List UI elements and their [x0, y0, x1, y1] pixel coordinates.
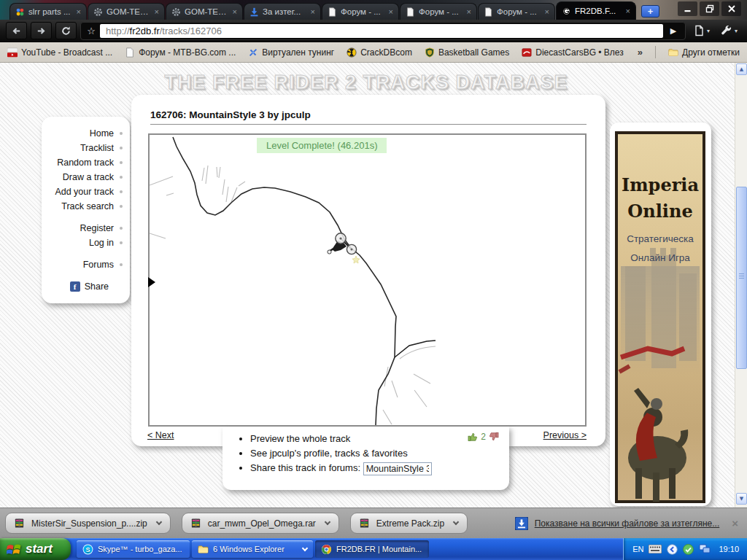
go-button[interactable]: ▶ [663, 24, 684, 38]
site-title: THE FREE RIDER 2 TRACKS DATABASE [0, 71, 732, 94]
bookmark-label: DiecastCarsBG • Влез [535, 47, 623, 58]
download-item-1[interactable]: MisterSir_Suspension_p....zip [5, 513, 171, 534]
language-indicator[interactable]: EN [632, 545, 643, 553]
sidebar-item-label: Tracklist [80, 143, 114, 153]
chevron-down-icon[interactable] [325, 519, 330, 525]
url-domain: fr2db.fr [130, 26, 160, 36]
sidebar-spacer [42, 250, 123, 257]
tab-close-icon[interactable]: × [624, 7, 632, 15]
tab-gom-1[interactable]: GOM-TEA... × [88, 3, 165, 20]
sidebar-item-register[interactable]: Register [42, 221, 123, 236]
forward-button[interactable] [31, 22, 52, 39]
previous-track-link[interactable]: Previous > [543, 430, 587, 440]
tab-forum-2[interactable]: Форум - ... × [400, 3, 477, 20]
taskbar-item-explorer-group[interactable]: 6 Windows Explorer [192, 540, 313, 558]
thumbs-up-icon[interactable] [468, 432, 478, 442]
sidebar-item-forums[interactable]: Forums [42, 257, 123, 272]
page-menu-icon [693, 25, 705, 36]
bookmark-mtb-forum[interactable]: Форум - MTB-BG.com ... [125, 47, 236, 58]
game-canvas[interactable]: Level Complete! (46.201s) [148, 133, 587, 427]
chevron-down-icon[interactable] [453, 519, 459, 525]
download-filename: Extreme Pack.zip [376, 518, 444, 529]
scroll-up-button[interactable]: ▲ [736, 63, 747, 75]
bookmark-basketball[interactable]: Basketball Games [425, 47, 509, 58]
imperia-online-ad[interactable]: Imperia Online Стратегическа Онлайн Игра [615, 131, 705, 503]
facebook-share-button[interactable]: f Share [42, 279, 123, 294]
taskbar: start S Skype™ - turbo_gaza... 6 Windows… [0, 538, 747, 560]
bullet-dot-icon [120, 161, 123, 164]
tab-close-icon[interactable]: × [465, 7, 473, 16]
sidebar-item-label: Track search [61, 201, 114, 211]
bookmark-crackdb[interactable]: CrackDBcom [347, 47, 412, 58]
sidebar-item-track-search[interactable]: Track search [42, 199, 123, 214]
download-item-2[interactable]: car_mwm_Opel_Omega.rar [182, 513, 339, 534]
share-code-input[interactable] [363, 462, 432, 475]
start-button[interactable]: start [0, 538, 71, 560]
tab-close-icon[interactable]: × [543, 7, 551, 16]
tab-close-icon[interactable]: × [387, 7, 395, 16]
tab-fr2db-active[interactable]: FR2DB.F... × [556, 1, 636, 20]
bullet-dot-icon [120, 241, 123, 244]
wrench-menu-button[interactable]: ▾ [717, 22, 741, 39]
tab-downloads[interactable]: За изтег... × [244, 3, 321, 20]
keyboard-icon[interactable] [649, 545, 662, 553]
bookmark-tuning[interactable]: Виртуален тунинг [248, 47, 334, 58]
other-bookmarks-button[interactable]: Други отметки [668, 47, 740, 58]
hide-icons-chevron[interactable] [667, 544, 678, 555]
sidebar-item-label: Home [90, 128, 114, 139]
back-button[interactable] [6, 22, 27, 39]
web-page: THE FREE RIDER 2 TRACKS DATABASE Home Tr… [0, 63, 747, 508]
new-tab-button[interactable]: + [641, 5, 659, 18]
tab-close-icon[interactable]: × [309, 7, 317, 16]
reload-button[interactable] [55, 22, 77, 39]
page-menu-button[interactable]: ▾ [689, 22, 713, 39]
taskbar-item-skype[interactable]: S Skype™ - turbo_gaza... [77, 540, 190, 558]
scrollbar-thumb[interactable] [736, 187, 747, 369]
thumbs-down-icon[interactable] [489, 432, 499, 442]
tab-forum-3[interactable]: Форум - ... × [478, 3, 555, 20]
browser-toolbar: ☆ http://fr2db.fr/tracks/162706 ▶ ▾ ▾ [0, 20, 747, 42]
tab-gom-2[interactable]: GOM-TEA... × [166, 3, 243, 20]
scroll-down-button[interactable]: ▼ [736, 493, 747, 505]
sidebar-item-draw-a-track[interactable]: Draw a track [42, 170, 123, 184]
tab-close-icon[interactable]: × [153, 7, 160, 16]
minimize-button[interactable] [678, 1, 697, 16]
tab-close-icon[interactable]: × [231, 7, 239, 16]
chevron-down-icon[interactable] [156, 519, 162, 525]
restore-button[interactable] [700, 1, 719, 16]
tab-slrr-parts[interactable]: slrr parts ... × [9, 3, 87, 20]
close-shelf-icon[interactable]: × [732, 517, 738, 529]
sidebar-item-random-track[interactable]: Random track [42, 155, 123, 170]
vote-controls: 2 [468, 432, 499, 442]
download-item-3[interactable]: Extreme Pack.zip [350, 513, 468, 534]
tab-forum-1[interactable]: Форум - ... × [322, 3, 399, 20]
bookmark-diecast[interactable]: DiecastCarsBG • Влез [522, 47, 623, 58]
tab-label: FR2DB.F... [575, 7, 621, 15]
author-profile-link[interactable]: See jpculp's profile, tracks & favorites [250, 448, 509, 459]
tab-label: Форум - ... [419, 7, 462, 16]
sidebar-spacer [42, 272, 123, 279]
network-icon[interactable] [699, 544, 711, 554]
tab-close-icon[interactable]: × [75, 7, 82, 16]
bookmarks-overflow-chevron[interactable]: » [638, 47, 643, 58]
bookmark-youtube[interactable]: YouTube - Broadcast ... [7, 47, 112, 58]
close-button[interactable] [721, 1, 741, 16]
sidebar-item-log-in[interactable]: Log in [42, 236, 123, 250]
next-track-link[interactable]: < Next [147, 430, 174, 440]
page-icon [406, 7, 415, 17]
page-scrollbar[interactable]: ▲ ▼ [735, 63, 747, 508]
share-label: Share [85, 281, 109, 292]
ad-title-line2: Online [627, 201, 692, 222]
chevron-down-icon: ▾ [735, 28, 738, 34]
track-actions-list: Preview the whole track See jpculp's pro… [222, 433, 509, 475]
track-drawing [150, 135, 585, 425]
show-all-downloads-link[interactable]: Показване на всички файлове за изтегляне… [535, 518, 720, 529]
sidebar-item-home[interactable]: Home [42, 126, 123, 141]
sidebar-item-add-your-track[interactable]: Add your track [42, 184, 123, 199]
other-bookmarks-label: Други отметки [682, 47, 740, 58]
url-input[interactable]: http://fr2db.fr/tracks/162706 [100, 24, 663, 38]
taskbar-item-chrome-active[interactable]: FR2DB.FR | Mountain... [315, 540, 429, 558]
bookmark-star-icon[interactable]: ☆ [82, 24, 100, 38]
skype-status-icon[interactable] [683, 544, 694, 555]
sidebar-item-tracklist[interactable]: Tracklist [42, 141, 123, 155]
